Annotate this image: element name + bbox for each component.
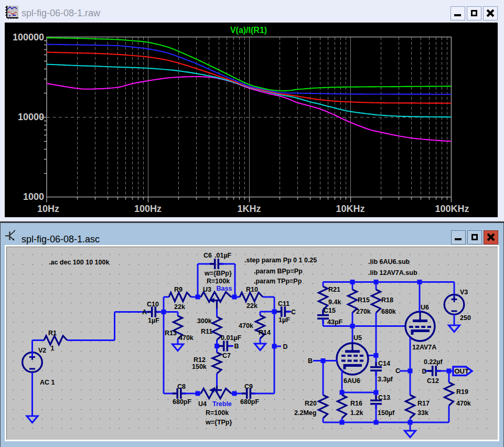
svg-text:150µf: 150µf xyxy=(378,409,395,417)
svg-text:R17: R17 xyxy=(417,400,430,407)
svg-text:C15: C15 xyxy=(324,307,336,314)
svg-text:C8: C8 xyxy=(177,383,186,390)
svg-text:V2: V2 xyxy=(38,347,46,354)
svg-text:680pF: 680pF xyxy=(240,398,259,406)
svg-text:.ac dec 100 10 100k: .ac dec 100 10 100k xyxy=(49,259,109,266)
svg-text:R20: R20 xyxy=(305,400,317,407)
svg-text:w={BPp}: w={BPp} xyxy=(204,270,232,277)
svg-text:.lib 12AV7A.sub: .lib 12AV7A.sub xyxy=(368,269,417,276)
svg-text:Treble: Treble xyxy=(212,400,232,408)
svg-text:470k: 470k xyxy=(179,334,194,342)
svg-text:C13: C13 xyxy=(378,394,390,401)
svg-text:C11: C11 xyxy=(278,300,289,307)
svg-text:U6: U6 xyxy=(421,304,429,311)
svg-text:D: D xyxy=(422,368,427,375)
svg-text:R9: R9 xyxy=(174,286,183,293)
svg-text:150k: 150k xyxy=(192,363,207,370)
svg-text:w={TPp}: w={TPp} xyxy=(205,419,232,426)
svg-text:12AV7A: 12AV7A xyxy=(412,344,436,351)
svg-text:C: C xyxy=(291,308,296,316)
svg-text:1: 1 xyxy=(51,345,55,352)
svg-text:9.4k: 9.4k xyxy=(328,299,341,306)
svg-text:.param TPp=Pp: .param TPp=Pp xyxy=(254,278,302,285)
svg-text:250: 250 xyxy=(460,314,471,322)
svg-text:22k: 22k xyxy=(174,303,185,311)
svg-text:AC 1: AC 1 xyxy=(40,379,55,386)
svg-text:D: D xyxy=(283,343,288,350)
svg-text:0.22µf: 0.22µf xyxy=(424,358,443,366)
svg-text:.param BPp=Pp: .param BPp=Pp xyxy=(254,268,303,275)
svg-text:300k: 300k xyxy=(197,317,212,325)
svg-text:1.2k: 1.2k xyxy=(350,409,363,417)
svg-text:.01µF: .01µF xyxy=(215,252,232,259)
svg-text:22k: 22k xyxy=(246,302,258,310)
svg-text:470k: 470k xyxy=(239,322,253,329)
svg-text:C: C xyxy=(395,367,400,375)
svg-text:B: B xyxy=(234,343,239,350)
svg-text:R12: R12 xyxy=(194,356,206,364)
svg-text:C14: C14 xyxy=(378,360,390,367)
svg-text:470k: 470k xyxy=(456,400,471,407)
svg-text:0.01µF: 0.01µF xyxy=(221,334,242,342)
svg-text:R1: R1 xyxy=(48,329,57,337)
svg-text:.step param Pp 0 1 0.25: .step param Pp 0 1 0.25 xyxy=(244,257,317,264)
svg-text:U5: U5 xyxy=(353,334,362,342)
svg-text:43pF: 43pF xyxy=(327,318,343,326)
svg-text:680k: 680k xyxy=(381,308,396,315)
svg-text:C10: C10 xyxy=(147,301,159,308)
svg-text:R10: R10 xyxy=(246,286,258,293)
svg-text:V3: V3 xyxy=(460,289,468,296)
svg-text:R18: R18 xyxy=(381,296,393,304)
svg-text:1µF: 1µF xyxy=(278,316,290,324)
svg-text:R14: R14 xyxy=(259,329,271,336)
svg-text:1µF: 1µF xyxy=(148,317,159,324)
svg-text:2.2Meg: 2.2Meg xyxy=(294,409,316,417)
svg-text:B: B xyxy=(308,357,313,365)
svg-text:U3: U3 xyxy=(203,286,211,293)
svg-text:R15: R15 xyxy=(358,296,370,304)
svg-text:R11: R11 xyxy=(201,328,212,335)
svg-text:A: A xyxy=(142,308,147,316)
svg-text:R16: R16 xyxy=(350,400,362,407)
svg-text:3.3µf: 3.3µf xyxy=(378,376,393,383)
svg-text:270k: 270k xyxy=(356,308,371,315)
svg-text:C6: C6 xyxy=(203,252,212,259)
svg-text:OUT: OUT xyxy=(455,367,469,375)
svg-text:C12: C12 xyxy=(427,377,439,385)
svg-text:R21: R21 xyxy=(328,286,340,293)
svg-text:.lib 6AU6.sub: .lib 6AU6.sub xyxy=(368,258,410,265)
svg-text:R19: R19 xyxy=(456,388,468,396)
svg-text:R=100k: R=100k xyxy=(206,409,229,417)
svg-text:R=100k: R=100k xyxy=(207,278,230,285)
svg-text:U4: U4 xyxy=(198,400,207,408)
svg-text:C7: C7 xyxy=(222,352,231,359)
svg-text:C9: C9 xyxy=(244,383,253,390)
svg-text:680pF: 680pF xyxy=(173,398,191,406)
svg-text:R13: R13 xyxy=(165,329,177,337)
svg-text:6AU6: 6AU6 xyxy=(344,377,360,385)
svg-text:Bass: Bass xyxy=(217,285,232,292)
svg-text:33k: 33k xyxy=(417,409,428,417)
